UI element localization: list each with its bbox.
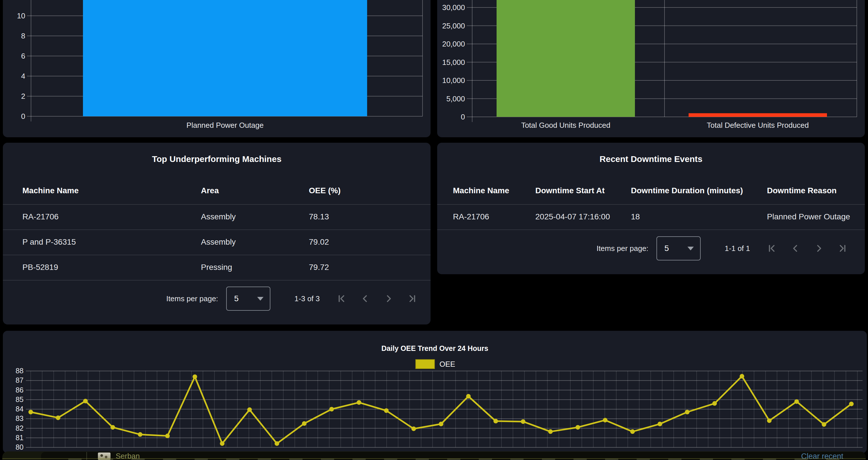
svg-text:88: 88	[16, 367, 24, 375]
svg-text:2: 2	[21, 92, 25, 100]
svg-text:82: 82	[16, 424, 24, 432]
oee-trend-chart-card: Daily OEE Trend Over 24 Hours OEE 808182…	[3, 331, 867, 453]
first-page-button[interactable]	[766, 243, 778, 254]
table-header-row: Machine NameAreaOEE (%)	[3, 177, 431, 204]
column-header: Downtime Duration (minutes)	[631, 186, 767, 195]
page-size-select[interactable]: 5	[226, 286, 270, 311]
svg-text:Planned Power Outage: Planned Power Outage	[187, 121, 264, 129]
svg-text:83: 83	[16, 415, 24, 422]
paginator-buttons	[766, 243, 848, 254]
downtime-by-reason-bar-chart: 0246810Planned Power Outage	[3, 0, 431, 137]
paginator-buttons	[336, 293, 418, 304]
column-header: Machine Name	[22, 186, 201, 195]
production-units-bar-chart: 05,00010,00015,00020,00025,00030,000Tota…	[437, 0, 865, 137]
page-range-label: 1-3 of 3	[294, 294, 320, 303]
svg-text:6: 6	[21, 52, 25, 60]
svg-text:10,000: 10,000	[442, 76, 465, 85]
svg-text:5,000: 5,000	[446, 94, 465, 103]
page-size-value: 5	[234, 294, 239, 303]
table-cell: RA-21706	[453, 212, 535, 221]
column-header: Area	[201, 186, 309, 195]
previous-page-button[interactable]	[789, 243, 801, 254]
svg-text:30,000: 30,000	[442, 3, 465, 12]
table-cell: P and P-36315	[22, 238, 201, 247]
table-cell: PB-52819	[22, 263, 201, 272]
column-header: Downtime Reason	[767, 186, 854, 195]
svg-text:0: 0	[461, 113, 465, 121]
svg-text:87: 87	[16, 376, 24, 384]
row-divider	[437, 229, 865, 230]
svg-text:10: 10	[17, 11, 25, 20]
table-cell: 18	[631, 212, 767, 221]
recent-downtime-events-card: Recent Downtime Events Machine NameDownt…	[437, 143, 865, 274]
chevron-down-icon	[687, 247, 694, 250]
oee-trend-line-chart: 808182838485868788	[3, 331, 867, 453]
svg-text:25,000: 25,000	[442, 22, 465, 30]
svg-text:Total Defective Units Produced: Total Defective Units Produced	[707, 121, 809, 129]
table-cell: Pressing	[201, 263, 309, 272]
row-divider	[3, 280, 431, 280]
next-page-button[interactable]	[383, 293, 394, 304]
svg-text:4: 4	[21, 72, 25, 81]
svg-text:84: 84	[16, 405, 24, 413]
table-row: RA-21706Assembly78.13	[3, 204, 431, 229]
svg-text:8: 8	[21, 32, 25, 40]
page-size-select[interactable]: 5	[656, 236, 701, 260]
svg-text:80: 80	[16, 443, 24, 451]
table-cell: 79.72	[309, 263, 419, 272]
table-cell: 79.02	[309, 238, 419, 247]
page-size-value: 5	[664, 244, 669, 253]
underperforming-machines-card: Top Underperforming Machines Machine Nam…	[3, 143, 431, 325]
first-page-button[interactable]	[336, 293, 347, 304]
previous-page-button[interactable]	[360, 293, 371, 304]
last-page-button[interactable]	[406, 293, 418, 304]
table-cell: Assembly	[201, 212, 309, 221]
taskbar-items-row	[68, 459, 848, 460]
card-title: Recent Downtime Events	[437, 154, 865, 164]
svg-text:Total Good Units Produced: Total Good Units Produced	[521, 121, 611, 129]
card-title: Top Underperforming Machines	[3, 154, 431, 164]
last-page-button[interactable]	[837, 243, 848, 254]
table-row: RA-217062025-04-07 17:16:0018Planned Pow…	[437, 204, 865, 229]
paginator: Items per page: 5 1-3 of 3	[166, 286, 418, 311]
background-window-strip: Serban Clear recent	[2, 451, 866, 460]
table-row: P and P-36315Assembly79.02	[3, 229, 431, 255]
table-cell: 2025-04-07 17:16:00	[535, 212, 631, 221]
svg-text:15,000: 15,000	[442, 58, 465, 67]
downtime-by-reason-chart-card: 0246810Planned Power Outage	[3, 0, 431, 137]
svg-text:0: 0	[21, 112, 25, 121]
svg-text:20,000: 20,000	[442, 40, 465, 48]
production-units-chart-card: 05,00010,00015,00020,00025,00030,000Tota…	[437, 0, 865, 137]
table-cell: Planned Power Outage	[767, 212, 854, 221]
table-cell: 78.13	[309, 212, 419, 221]
table-cell: RA-21706	[22, 212, 201, 221]
paginator: Items per page: 5 1-1 of 1	[596, 236, 848, 261]
chevron-down-icon	[257, 297, 264, 301]
table-row: PB-52819Pressing79.72	[3, 255, 431, 280]
column-header: Machine Name	[453, 186, 535, 195]
items-per-page-label: Items per page:	[166, 294, 218, 303]
column-header: Downtime Start At	[535, 186, 631, 195]
page-range-label: 1-1 of 1	[725, 244, 750, 253]
next-page-button[interactable]	[813, 243, 825, 254]
table-cell: Assembly	[201, 238, 309, 247]
dashboard-screen: 0246810Planned Power Outage 05,00010,000…	[0, 0, 868, 460]
svg-text:81: 81	[16, 434, 24, 441]
items-per-page-label: Items per page:	[596, 244, 648, 253]
svg-text:86: 86	[16, 386, 24, 394]
svg-text:85: 85	[16, 395, 24, 403]
column-header: OEE (%)	[309, 186, 419, 195]
table-header-row: Machine NameDowntime Start AtDowntime Du…	[437, 177, 865, 204]
